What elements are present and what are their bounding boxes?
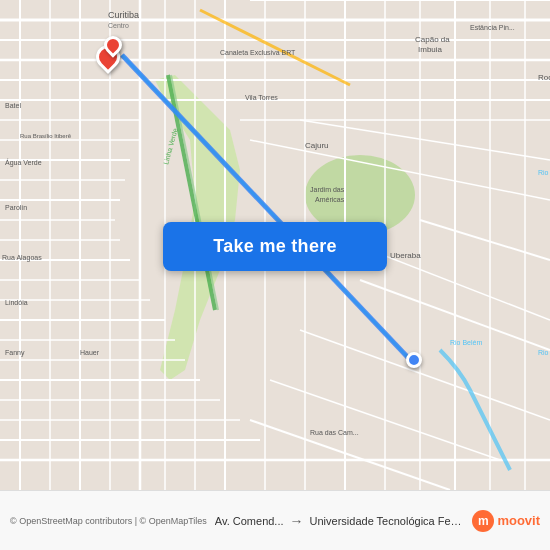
map-container: Curitiba Centro Batel Água Verde Parolín… xyxy=(0,0,550,490)
moovit-icon: m xyxy=(472,510,494,532)
svg-text:Curitiba: Curitiba xyxy=(108,10,139,20)
svg-text:Água Verde: Água Verde xyxy=(5,158,42,167)
button-label: Take me there xyxy=(213,236,337,257)
svg-text:Centro: Centro xyxy=(108,22,129,29)
svg-text:Capão da: Capão da xyxy=(415,35,450,44)
map-attribution: © OpenStreetMap contributors | © OpenMap… xyxy=(10,516,207,526)
svg-text:Rio A...: Rio A... xyxy=(538,169,550,176)
bottom-bar: © OpenStreetMap contributors | © OpenMap… xyxy=(0,490,550,550)
svg-text:Américas: Américas xyxy=(315,196,345,203)
moovit-brand-name: moovit xyxy=(497,513,540,528)
svg-text:Rio A...: Rio A... xyxy=(538,349,550,356)
svg-text:Vila Torres: Vila Torres xyxy=(245,94,278,101)
svg-text:Rio Belém: Rio Belém xyxy=(450,339,482,346)
svg-text:Rua Brasílio Itiberê: Rua Brasílio Itiberê xyxy=(20,133,72,139)
svg-text:Estância Pin...: Estância Pin... xyxy=(470,24,515,31)
route-from: Av. Comend... xyxy=(215,515,284,527)
svg-text:Rodo...: Rodo... xyxy=(538,73,550,82)
svg-text:Hauer: Hauer xyxy=(80,349,100,356)
svg-text:Fanny: Fanny xyxy=(5,349,25,357)
svg-text:Uberaba: Uberaba xyxy=(390,251,421,260)
take-me-there-button[interactable]: Take me there xyxy=(163,222,387,271)
destination-marker xyxy=(406,352,422,368)
svg-text:Jardim das: Jardim das xyxy=(310,186,345,193)
svg-text:Lindóia: Lindóia xyxy=(5,299,28,306)
svg-text:Rua das Cam...: Rua das Cam... xyxy=(310,429,359,436)
svg-text:Batel: Batel xyxy=(5,102,21,109)
svg-text:Imbuia: Imbuia xyxy=(418,45,443,54)
svg-text:Cajuru: Cajuru xyxy=(305,141,329,150)
moovit-logo: m moovit xyxy=(472,510,540,532)
arrow-right-icon: → xyxy=(290,513,304,529)
route-info: Av. Comend... → Universidade Tecnológica… xyxy=(215,513,465,529)
svg-text:Rua Alagoas: Rua Alagoas xyxy=(2,254,42,262)
svg-text:Canaleta Exclusiva BRT: Canaleta Exclusiva BRT xyxy=(220,49,296,56)
route-to: Universidade Tecnológica Federal ... xyxy=(310,515,465,527)
svg-text:Parolín: Parolín xyxy=(5,204,27,211)
